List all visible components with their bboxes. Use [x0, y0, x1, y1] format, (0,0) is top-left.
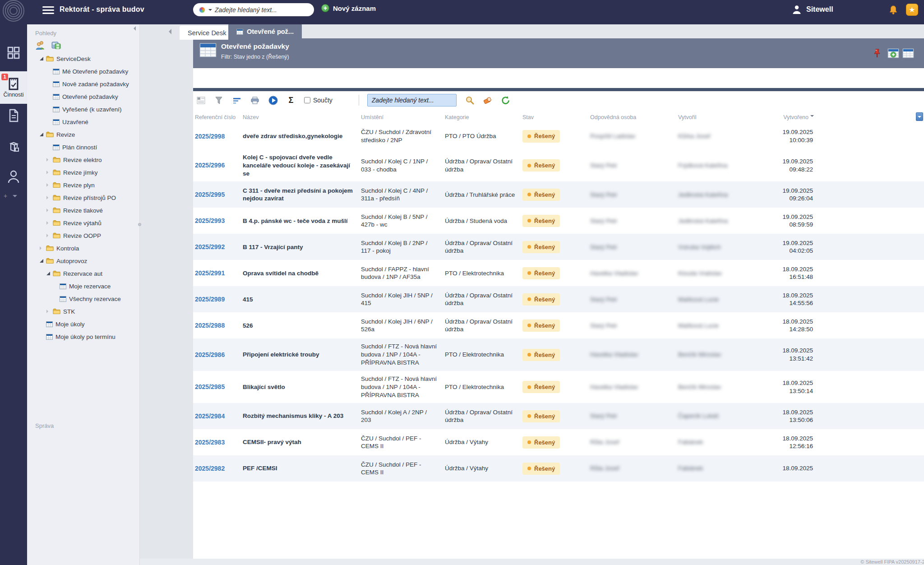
table-row[interactable]: 2025/2985Blikající světloSuchdol / FTZ -…	[193, 371, 924, 403]
tree-view-item[interactable]: Všechny rezervace	[27, 292, 140, 305]
tree-view-item[interactable]: Otevřené požadavky	[27, 90, 140, 103]
tabs-scroll-left-icon[interactable]	[166, 29, 171, 34]
menu-icon[interactable]	[42, 6, 54, 16]
global-search-input[interactable]	[215, 6, 300, 14]
ref-number-link[interactable]: 2025/2992	[195, 243, 225, 250]
tree-folder[interactable]: Revize přístrojů PO	[27, 191, 140, 204]
table-row[interactable]: 2025/2982PEF /CEMSIČZU / Suchdol / PEF -…	[193, 455, 924, 482]
ref-number-link[interactable]: 2025/2993	[195, 217, 225, 224]
table-row[interactable]: 2025/2984Rozbitý mechanismus kliky - A 2…	[193, 403, 924, 429]
sums-checkbox[interactable]	[304, 97, 310, 103]
user-menu[interactable]: Sitewell	[792, 5, 833, 14]
table-settings-icon[interactable]	[902, 48, 913, 58]
column-header[interactable]: Název	[243, 114, 361, 120]
tree-view-item[interactable]: Nově zadané požadavky	[27, 78, 140, 90]
ref-number-link[interactable]: 2025/2995	[195, 191, 225, 198]
tree-caret-icon[interactable]	[40, 246, 46, 250]
tree-folder[interactable]: Rezervace aut	[27, 267, 140, 280]
tree-folder[interactable]: Autoprovoz	[27, 255, 140, 267]
column-header[interactable]: Odpovědná osoba	[590, 114, 678, 120]
table-row[interactable]: 2025/2991Oprava svítidel na chodběSuchdo…	[193, 260, 924, 286]
clear-filter-icon[interactable]	[483, 95, 493, 105]
shared-views-icon[interactable]	[35, 41, 45, 51]
tree-caret-icon[interactable]	[46, 158, 53, 162]
rail-documents-button[interactable]	[0, 108, 27, 123]
grid-search-input[interactable]	[367, 94, 457, 107]
print-icon[interactable]	[250, 95, 260, 105]
tree-folder[interactable]: Revize OOPP	[27, 229, 140, 242]
tree-folder[interactable]: Revize výtahů	[27, 217, 140, 229]
tree-caret-icon[interactable]	[46, 310, 53, 313]
save-view-icon[interactable]	[51, 41, 61, 51]
tree-view-item[interactable]: Mé Otevřené požadavky	[27, 65, 140, 78]
notifications-bell-icon[interactable]	[888, 5, 899, 15]
rail-contacts-button[interactable]	[0, 170, 27, 184]
table-row[interactable]: 2025/2998dveře zdrav středisko,gynekolog…	[193, 123, 924, 149]
tree-caret-icon[interactable]	[46, 171, 53, 174]
chevron-down-icon[interactable]	[208, 9, 212, 13]
ref-number-link[interactable]: 2025/2983	[195, 439, 225, 446]
run-icon[interactable]	[268, 95, 278, 105]
ref-number-link[interactable]: 2025/2982	[195, 465, 225, 472]
ref-number-link[interactable]: 2025/2984	[195, 412, 225, 420]
search-icon[interactable]	[465, 95, 475, 105]
column-chooser-button[interactable]	[916, 112, 923, 121]
column-header[interactable]: Umístění	[361, 114, 445, 120]
sum-icon[interactable]: Σ	[286, 95, 296, 105]
add-view-icon[interactable]	[887, 48, 898, 58]
layout-icon[interactable]	[196, 95, 206, 105]
table-row[interactable]: 2025/2996Kolej C - spojovací dveře vedle…	[193, 149, 924, 181]
ref-number-link[interactable]: 2025/2985	[195, 383, 225, 390]
tree-caret-icon[interactable]	[40, 133, 46, 136]
column-header-sorted[interactable]: Vytvořeno	[757, 114, 820, 120]
new-record-button[interactable]: + Nový záznam	[321, 4, 376, 12]
global-search[interactable]	[193, 3, 314, 16]
rail-add-button[interactable]: +	[4, 192, 7, 199]
column-header[interactable]: Vytvořil	[678, 114, 757, 120]
tree-folder[interactable]: Revize elektro	[27, 153, 140, 166]
pin-icon[interactable]	[873, 48, 883, 58]
tree-view-item[interactable]: Plán činností	[27, 141, 140, 153]
tree-view-item[interactable]: Vyřešené (k uzavření)	[27, 103, 140, 116]
ref-number-link[interactable]: 2025/2996	[195, 162, 225, 169]
tree-view-item[interactable]: Uzavřené	[27, 116, 140, 128]
tab-service-desk[interactable]: Service Desk	[180, 26, 234, 40]
table-row[interactable]: 2025/2986Připojení elektrické troubySuch…	[193, 338, 924, 370]
tree-folder[interactable]: Revize tlakové	[27, 204, 140, 217]
filter-icon[interactable]	[214, 95, 224, 105]
table-row[interactable]: 2025/2995C 311 - dveře mezi předsíní a p…	[193, 181, 924, 208]
tree-folder[interactable]: Revize jímky	[27, 166, 140, 179]
rail-item-activities[interactable]: 1 Činnosti	[0, 71, 27, 104]
table-row[interactable]: 2025/2992B 117 - Vrzající pantySuchdol /…	[193, 234, 924, 260]
tree-view-item[interactable]: Moje úkoly	[27, 318, 140, 330]
column-header[interactable]: Kategorie	[445, 114, 522, 120]
tree-caret-icon[interactable]	[46, 272, 53, 275]
tree-caret-icon[interactable]	[46, 234, 53, 237]
tree-view-item[interactable]: Moje úkoly po termínu	[27, 330, 140, 343]
refresh-icon[interactable]	[501, 95, 511, 105]
rail-assets-button[interactable]	[0, 141, 27, 155]
rail-more-icon[interactable]	[13, 195, 17, 199]
favorites-star-button[interactable]: ★	[906, 4, 918, 16]
ref-number-link[interactable]: 2025/2988	[195, 322, 225, 329]
tree-folder[interactable]: STK	[27, 305, 140, 318]
sort-icon[interactable]	[232, 95, 242, 105]
ref-number-link[interactable]: 2025/2986	[195, 351, 225, 358]
ref-number-link[interactable]: 2025/2991	[195, 269, 225, 277]
sums-toggle[interactable]: Součty	[304, 97, 333, 104]
tree-caret-icon[interactable]	[46, 196, 53, 199]
table-row[interactable]: 2025/2983CEMSII- pravý výtahČZU / Suchdo…	[193, 429, 924, 455]
tree-caret-icon[interactable]	[46, 208, 53, 212]
table-row[interactable]: 2025/2993B 4.p. pánské wc - teče voda z …	[193, 208, 924, 234]
table-row[interactable]: 2025/2988526Suchdol / Kolej JIH / 6NP / …	[193, 312, 924, 338]
table-row[interactable]: 2025/2989415Suchdol / Kolej JIH / 5NP / …	[193, 286, 924, 312]
panel-resize-grip[interactable]	[138, 223, 141, 226]
tab-open-requests[interactable]: Otevřené pož...	[228, 23, 302, 40]
rail-apps-button[interactable]	[0, 46, 27, 60]
ref-number-link[interactable]: 2025/2989	[195, 296, 225, 303]
tree-folder[interactable]: Revize	[27, 128, 140, 141]
tree-caret-icon[interactable]	[46, 221, 53, 225]
tree-caret-icon[interactable]	[46, 183, 53, 187]
tree-caret-icon[interactable]	[40, 259, 46, 263]
tree-folder[interactable]: Revize plyn	[27, 179, 140, 191]
